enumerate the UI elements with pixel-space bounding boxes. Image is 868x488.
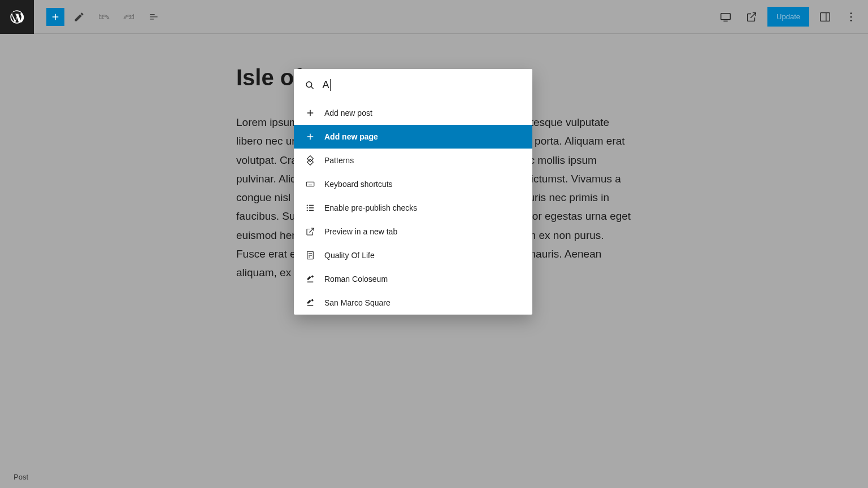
svg-point-21 [307, 210, 308, 211]
command-item-label: Keyboard shortcuts [324, 180, 393, 189]
page-icon [305, 250, 315, 260]
command-item-prepublish-checks[interactable]: Enable pre-publish checks [294, 196, 532, 220]
command-results-list: Add new post Add new page Patterns Keybo… [294, 101, 532, 315]
checklist-icon [305, 203, 315, 213]
svg-rect-10 [306, 182, 314, 186]
command-item-add-new-post[interactable]: Add new post [294, 101, 532, 125]
command-item-keyboard-shortcuts[interactable]: Keyboard shortcuts [294, 172, 532, 196]
svg-point-19 [307, 207, 308, 208]
plus-icon [305, 108, 315, 118]
svg-point-6 [306, 81, 312, 87]
svg-rect-22 [309, 210, 314, 211]
keyboard-icon [305, 179, 315, 189]
command-search-value: A [323, 79, 331, 91]
svg-rect-20 [309, 207, 314, 208]
command-item-label: Add new page [324, 132, 378, 141]
command-item-label: Enable pre-publish checks [324, 203, 417, 212]
command-palette: A Add new post Add new page Patterns Key… [294, 69, 532, 315]
command-item-label: Add new post [324, 108, 372, 117]
patterns-icon [305, 155, 315, 165]
command-item-patterns[interactable]: Patterns [294, 149, 532, 172]
command-item-preview-new-tab[interactable]: Preview in a new tab [294, 220, 532, 243]
post-icon [305, 274, 315, 284]
post-icon [305, 298, 315, 308]
svg-point-17 [307, 204, 308, 206]
command-item-label: Preview in a new tab [324, 227, 397, 236]
search-icon [305, 80, 315, 90]
command-search-input[interactable]: A [323, 79, 521, 91]
svg-line-7 [311, 86, 313, 89]
command-item-add-new-page[interactable]: Add new page [294, 125, 532, 149]
command-item-label: Quality Of Life [324, 251, 375, 260]
command-item-label: Roman Coloseum [324, 274, 388, 284]
command-item-label: San Marco Square [324, 298, 390, 307]
external-icon [305, 226, 315, 237]
command-item-quality-of-life[interactable]: Quality Of Life [294, 243, 532, 267]
command-palette-overlay: A Add new post Add new page Patterns Key… [0, 0, 868, 488]
svg-rect-18 [309, 205, 314, 206]
command-search-row: A [294, 69, 532, 101]
command-item-roman-coloseum[interactable]: Roman Coloseum [294, 267, 532, 291]
command-item-label: Patterns [324, 156, 354, 165]
command-item-san-marco-square[interactable]: San Marco Square [294, 291, 532, 315]
plus-icon [305, 132, 315, 142]
